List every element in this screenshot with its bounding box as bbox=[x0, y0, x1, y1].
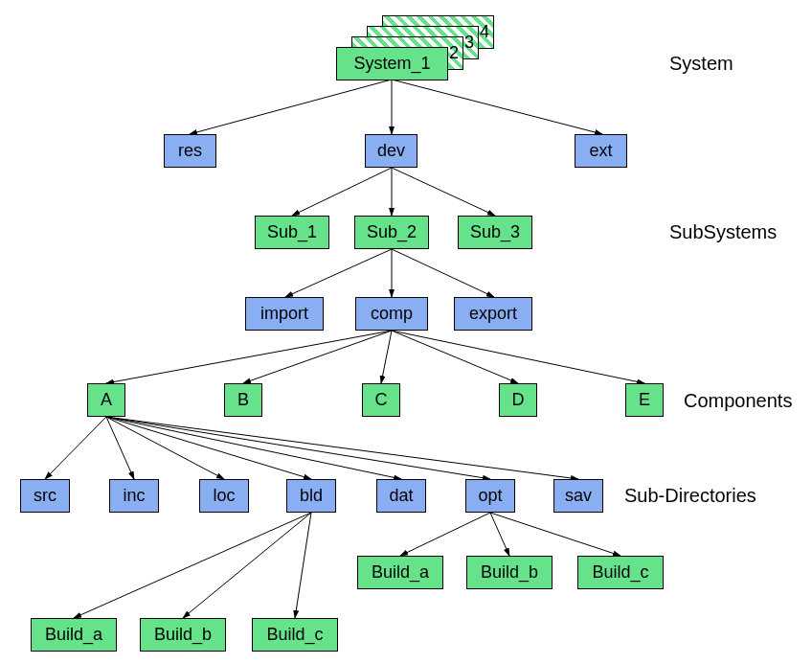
svg-line-19 bbox=[106, 417, 490, 479]
node-sub3: Sub_3 bbox=[458, 216, 532, 249]
node-res-label: res bbox=[178, 141, 202, 161]
dir-bld-label: bld bbox=[300, 486, 323, 506]
opt-build-a-label: Build_a bbox=[372, 562, 429, 583]
svg-line-10 bbox=[243, 331, 392, 383]
comp-B: B bbox=[224, 383, 262, 417]
svg-line-22 bbox=[183, 513, 311, 618]
comp-D-label: D bbox=[512, 390, 525, 410]
opt-build-a: Build_a bbox=[357, 556, 443, 589]
svg-line-16 bbox=[106, 417, 224, 479]
svg-line-25 bbox=[490, 513, 509, 556]
svg-line-20 bbox=[106, 417, 578, 479]
dir-inc: inc bbox=[109, 479, 159, 513]
node-export-label: export bbox=[469, 304, 517, 324]
dir-bld: bld bbox=[286, 479, 336, 513]
node-ext-label: ext bbox=[589, 141, 612, 161]
node-res: res bbox=[164, 134, 216, 168]
comp-C: C bbox=[362, 383, 400, 417]
opt-build-c-label: Build_c bbox=[592, 562, 648, 583]
bld-build-b-label: Build_b bbox=[154, 625, 212, 645]
system-bg-4-label: 4 bbox=[480, 22, 489, 42]
opt-build-c: Build_c bbox=[577, 556, 664, 589]
node-sub1: Sub_1 bbox=[255, 216, 329, 249]
node-dev: dev bbox=[365, 134, 417, 168]
dir-src: src bbox=[20, 479, 70, 513]
svg-line-24 bbox=[400, 513, 490, 556]
svg-line-8 bbox=[392, 249, 494, 297]
svg-line-18 bbox=[106, 417, 401, 479]
node-export: export bbox=[454, 297, 532, 331]
node-comp: comp bbox=[355, 297, 428, 331]
node-sub2-label: Sub_2 bbox=[367, 222, 417, 242]
bld-build-c-label: Build_c bbox=[266, 625, 323, 645]
svg-line-9 bbox=[106, 331, 392, 383]
opt-build-b: Build_b bbox=[466, 556, 553, 589]
bld-build-c: Build_c bbox=[252, 618, 338, 652]
comp-A-label: A bbox=[101, 390, 112, 410]
bld-build-b: Build_b bbox=[140, 618, 226, 652]
svg-line-21 bbox=[74, 513, 311, 618]
opt-build-b-label: Build_b bbox=[481, 562, 538, 583]
svg-line-26 bbox=[490, 513, 620, 556]
dir-loc-label: loc bbox=[213, 486, 235, 506]
dir-inc-label: inc bbox=[123, 486, 145, 506]
svg-line-5 bbox=[392, 168, 495, 216]
comp-C-label: C bbox=[375, 390, 388, 410]
comp-B-label: B bbox=[237, 390, 249, 410]
dir-loc: loc bbox=[199, 479, 249, 513]
svg-line-14 bbox=[45, 417, 106, 479]
node-sub2: Sub_2 bbox=[354, 216, 429, 249]
svg-line-13 bbox=[392, 331, 644, 383]
dir-src-label: src bbox=[34, 486, 56, 506]
system-main: System_1 bbox=[336, 47, 448, 80]
svg-line-3 bbox=[292, 168, 392, 216]
comp-E: E bbox=[625, 383, 664, 417]
label-system: System bbox=[669, 53, 733, 75]
dir-opt: opt bbox=[465, 479, 515, 513]
svg-line-11 bbox=[381, 331, 392, 383]
comp-E-label: E bbox=[639, 390, 650, 410]
dir-sav-label: sav bbox=[565, 486, 592, 506]
svg-line-0 bbox=[190, 80, 392, 134]
bld-build-a: Build_a bbox=[31, 618, 117, 652]
comp-A: A bbox=[87, 383, 125, 417]
comp-D: D bbox=[499, 383, 537, 417]
bld-build-a-label: Build_a bbox=[45, 625, 102, 645]
node-ext: ext bbox=[575, 134, 627, 168]
node-import-label: import bbox=[260, 304, 308, 324]
system-bg-3-label: 3 bbox=[464, 33, 474, 53]
node-sub3-label: Sub_3 bbox=[470, 222, 520, 242]
node-import: import bbox=[245, 297, 324, 331]
svg-line-6 bbox=[285, 249, 392, 297]
label-subsystems: SubSystems bbox=[669, 221, 777, 243]
svg-line-15 bbox=[106, 417, 134, 479]
svg-line-23 bbox=[295, 513, 311, 618]
svg-line-17 bbox=[106, 417, 311, 479]
dir-dat-label: dat bbox=[389, 486, 413, 506]
dir-opt-label: opt bbox=[478, 486, 502, 506]
node-sub1-label: Sub_1 bbox=[267, 222, 317, 242]
system-bg-2-label: 2 bbox=[449, 43, 459, 63]
dir-dat: dat bbox=[376, 479, 426, 513]
label-subdirs: Sub-Directories bbox=[624, 485, 756, 507]
label-components: Components bbox=[684, 390, 792, 412]
node-comp-label: comp bbox=[371, 304, 413, 324]
dir-sav: sav bbox=[553, 479, 603, 513]
node-dev-label: dev bbox=[377, 141, 405, 161]
svg-line-2 bbox=[392, 80, 602, 134]
system-main-label: System_1 bbox=[353, 54, 430, 74]
svg-line-12 bbox=[392, 331, 518, 383]
